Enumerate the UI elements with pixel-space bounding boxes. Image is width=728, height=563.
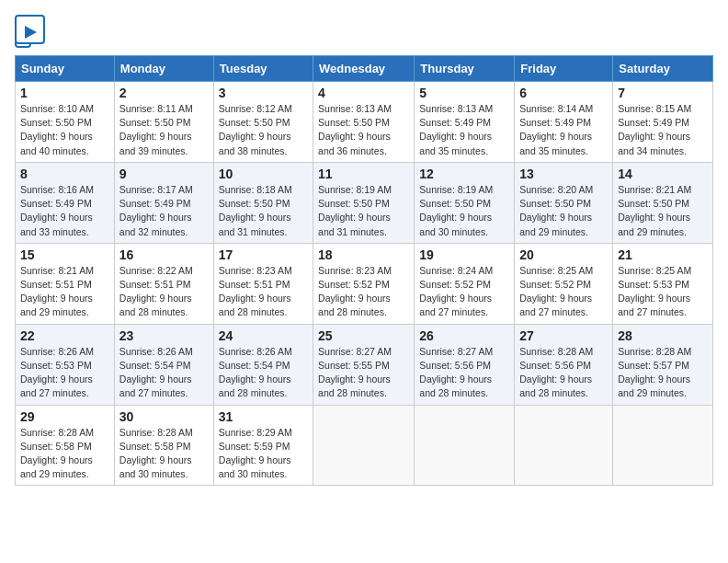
calendar-cell: 21Sunrise: 8:25 AM Sunset: 5:53 PM Dayli… bbox=[613, 243, 713, 324]
day-number: 26 bbox=[419, 328, 509, 343]
weekday-header-thursday: Thursday bbox=[415, 56, 515, 82]
day-info: Sunrise: 8:28 AM Sunset: 5:58 PM Dayligh… bbox=[20, 426, 109, 482]
day-number: 15 bbox=[20, 247, 109, 262]
calendar-cell: 15Sunrise: 8:21 AM Sunset: 5:51 PM Dayli… bbox=[16, 243, 115, 324]
day-info: Sunrise: 8:19 AM Sunset: 5:50 PM Dayligh… bbox=[318, 183, 409, 239]
calendar-cell: 3Sunrise: 8:12 AM Sunset: 5:50 PM Daylig… bbox=[213, 82, 313, 163]
day-info: Sunrise: 8:24 AM Sunset: 5:52 PM Dayligh… bbox=[419, 264, 509, 320]
day-number: 28 bbox=[618, 328, 708, 343]
day-number: 20 bbox=[519, 247, 608, 262]
logo-pennant-icon bbox=[25, 26, 37, 39]
weekday-header-friday: Friday bbox=[515, 56, 613, 82]
day-number: 23 bbox=[119, 328, 209, 343]
calendar-cell: 2Sunrise: 8:11 AM Sunset: 5:50 PM Daylig… bbox=[114, 82, 213, 163]
day-number: 21 bbox=[618, 247, 708, 262]
calendar-cell: 27Sunrise: 8:28 AM Sunset: 5:56 PM Dayli… bbox=[515, 324, 613, 405]
day-info: Sunrise: 8:10 AM Sunset: 5:50 PM Dayligh… bbox=[20, 102, 109, 158]
day-info: Sunrise: 8:20 AM Sunset: 5:50 PM Dayligh… bbox=[519, 183, 608, 239]
day-number: 22 bbox=[20, 328, 109, 343]
calendar-cell bbox=[613, 405, 713, 486]
day-number: 13 bbox=[519, 167, 608, 181]
day-number: 31 bbox=[219, 409, 308, 424]
day-info: Sunrise: 8:26 AM Sunset: 5:54 PM Dayligh… bbox=[119, 345, 209, 401]
calendar-cell: 23Sunrise: 8:26 AM Sunset: 5:54 PM Dayli… bbox=[114, 324, 213, 405]
calendar-cell: 17Sunrise: 8:23 AM Sunset: 5:51 PM Dayli… bbox=[213, 243, 313, 324]
day-info: Sunrise: 8:21 AM Sunset: 5:50 PM Dayligh… bbox=[618, 183, 708, 239]
day-number: 24 bbox=[219, 328, 308, 343]
calendar-cell: 14Sunrise: 8:21 AM Sunset: 5:50 PM Dayli… bbox=[613, 162, 713, 243]
calendar-cell: 20Sunrise: 8:25 AM Sunset: 5:52 PM Dayli… bbox=[515, 243, 613, 324]
day-number: 7 bbox=[618, 86, 708, 100]
day-info: Sunrise: 8:28 AM Sunset: 5:58 PM Dayligh… bbox=[119, 426, 209, 482]
calendar-cell: 28Sunrise: 8:28 AM Sunset: 5:57 PM Dayli… bbox=[613, 324, 713, 405]
day-number: 16 bbox=[119, 247, 209, 262]
calendar-cell: 22Sunrise: 8:26 AM Sunset: 5:53 PM Dayli… bbox=[16, 324, 115, 405]
calendar-cell bbox=[415, 405, 515, 486]
calendar-cell: 25Sunrise: 8:27 AM Sunset: 5:55 PM Dayli… bbox=[313, 324, 415, 405]
calendar-cell: 13Sunrise: 8:20 AM Sunset: 5:50 PM Dayli… bbox=[515, 162, 613, 243]
calendar-cell: 9Sunrise: 8:17 AM Sunset: 5:49 PM Daylig… bbox=[114, 162, 213, 243]
day-info: Sunrise: 8:13 AM Sunset: 5:49 PM Dayligh… bbox=[419, 102, 509, 158]
day-info: Sunrise: 8:27 AM Sunset: 5:55 PM Dayligh… bbox=[318, 345, 409, 401]
calendar-cell: 24Sunrise: 8:26 AM Sunset: 5:54 PM Dayli… bbox=[213, 324, 313, 405]
calendar-cell: 6Sunrise: 8:14 AM Sunset: 5:49 PM Daylig… bbox=[515, 82, 613, 163]
day-info: Sunrise: 8:26 AM Sunset: 5:53 PM Dayligh… bbox=[20, 345, 109, 401]
weekday-header-wednesday: Wednesday bbox=[313, 56, 415, 82]
day-number: 8 bbox=[20, 167, 109, 181]
calendar-cell: 31Sunrise: 8:29 AM Sunset: 5:59 PM Dayli… bbox=[213, 405, 313, 486]
weekday-header-monday: Monday bbox=[114, 56, 213, 82]
calendar-table: SundayMondayTuesdayWednesdayThursdayFrid… bbox=[15, 55, 713, 486]
calendar-cell: 29Sunrise: 8:28 AM Sunset: 5:58 PM Dayli… bbox=[16, 405, 115, 486]
calendar-cell: 1Sunrise: 8:10 AM Sunset: 5:50 PM Daylig… bbox=[16, 82, 115, 163]
day-number: 27 bbox=[519, 328, 608, 343]
calendar-cell: 19Sunrise: 8:24 AM Sunset: 5:52 PM Dayli… bbox=[415, 243, 515, 324]
day-number: 4 bbox=[318, 86, 409, 100]
day-number: 6 bbox=[519, 86, 608, 100]
day-info: Sunrise: 8:15 AM Sunset: 5:49 PM Dayligh… bbox=[618, 102, 708, 158]
calendar-cell: 10Sunrise: 8:18 AM Sunset: 5:50 PM Dayli… bbox=[213, 162, 313, 243]
weekday-header-sunday: Sunday bbox=[16, 56, 115, 82]
day-number: 1 bbox=[20, 86, 109, 100]
calendar-cell bbox=[313, 405, 415, 486]
calendar-cell: 11Sunrise: 8:19 AM Sunset: 5:50 PM Dayli… bbox=[313, 162, 415, 243]
day-info: Sunrise: 8:14 AM Sunset: 5:49 PM Dayligh… bbox=[519, 102, 608, 158]
day-info: Sunrise: 8:28 AM Sunset: 5:57 PM Dayligh… bbox=[618, 345, 708, 401]
day-number: 30 bbox=[119, 409, 209, 424]
calendar-cell: 7Sunrise: 8:15 AM Sunset: 5:49 PM Daylig… bbox=[613, 82, 713, 163]
page-header bbox=[15, 15, 713, 48]
day-info: Sunrise: 8:16 AM Sunset: 5:49 PM Dayligh… bbox=[20, 183, 109, 239]
day-number: 3 bbox=[219, 86, 308, 100]
day-info: Sunrise: 8:22 AM Sunset: 5:51 PM Dayligh… bbox=[119, 264, 209, 320]
day-number: 2 bbox=[119, 86, 209, 100]
day-info: Sunrise: 8:28 AM Sunset: 5:56 PM Dayligh… bbox=[519, 345, 608, 401]
logo bbox=[15, 15, 45, 48]
calendar-cell: 5Sunrise: 8:13 AM Sunset: 5:49 PM Daylig… bbox=[415, 82, 515, 163]
day-info: Sunrise: 8:17 AM Sunset: 5:49 PM Dayligh… bbox=[119, 183, 209, 239]
day-info: Sunrise: 8:21 AM Sunset: 5:51 PM Dayligh… bbox=[20, 264, 109, 320]
day-number: 25 bbox=[318, 328, 409, 343]
day-info: Sunrise: 8:18 AM Sunset: 5:50 PM Dayligh… bbox=[219, 183, 308, 239]
day-number: 29 bbox=[20, 409, 109, 424]
day-info: Sunrise: 8:23 AM Sunset: 5:51 PM Dayligh… bbox=[219, 264, 308, 320]
calendar-cell: 26Sunrise: 8:27 AM Sunset: 5:56 PM Dayli… bbox=[415, 324, 515, 405]
day-info: Sunrise: 8:27 AM Sunset: 5:56 PM Dayligh… bbox=[419, 345, 509, 401]
day-info: Sunrise: 8:19 AM Sunset: 5:50 PM Dayligh… bbox=[419, 183, 509, 239]
calendar-cell bbox=[515, 405, 613, 486]
day-info: Sunrise: 8:11 AM Sunset: 5:50 PM Dayligh… bbox=[119, 102, 209, 158]
weekday-header-saturday: Saturday bbox=[613, 56, 713, 82]
day-number: 17 bbox=[219, 247, 308, 262]
day-info: Sunrise: 8:25 AM Sunset: 5:53 PM Dayligh… bbox=[618, 264, 708, 320]
day-number: 19 bbox=[419, 247, 509, 262]
day-info: Sunrise: 8:12 AM Sunset: 5:50 PM Dayligh… bbox=[219, 102, 308, 158]
day-number: 11 bbox=[318, 167, 409, 181]
calendar-cell: 12Sunrise: 8:19 AM Sunset: 5:50 PM Dayli… bbox=[415, 162, 515, 243]
weekday-header-tuesday: Tuesday bbox=[213, 56, 313, 82]
calendar-cell: 18Sunrise: 8:23 AM Sunset: 5:52 PM Dayli… bbox=[313, 243, 415, 324]
day-info: Sunrise: 8:23 AM Sunset: 5:52 PM Dayligh… bbox=[318, 264, 409, 320]
day-info: Sunrise: 8:25 AM Sunset: 5:52 PM Dayligh… bbox=[519, 264, 608, 320]
calendar-cell: 4Sunrise: 8:13 AM Sunset: 5:50 PM Daylig… bbox=[313, 82, 415, 163]
day-number: 10 bbox=[219, 167, 308, 181]
day-info: Sunrise: 8:13 AM Sunset: 5:50 PM Dayligh… bbox=[318, 102, 409, 158]
day-number: 12 bbox=[419, 167, 509, 181]
calendar-cell: 30Sunrise: 8:28 AM Sunset: 5:58 PM Dayli… bbox=[114, 405, 213, 486]
